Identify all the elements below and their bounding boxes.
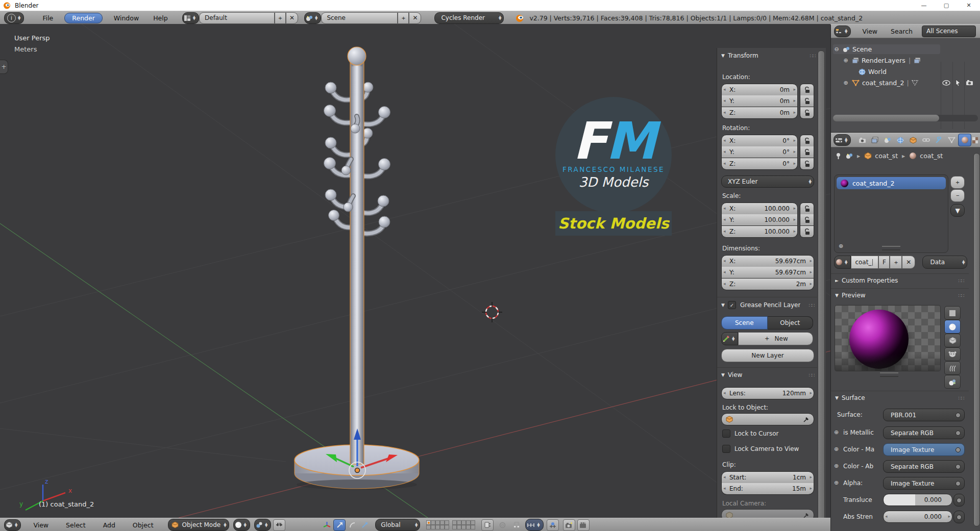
- tab-material[interactable]: [958, 134, 971, 146]
- manipulator-translate-button[interactable]: [333, 519, 346, 531]
- fake-user-button[interactable]: F: [878, 256, 890, 269]
- location-z-field[interactable]: ◂Z:0m▸: [721, 107, 798, 119]
- render-engine-select[interactable]: Cycles Render ▲▼: [434, 12, 504, 24]
- lock-camera-row[interactable]: Lock Camera to View: [722, 445, 799, 453]
- tab-modifiers[interactable]: [933, 134, 945, 146]
- scene-name-field[interactable]: Scene: [321, 12, 398, 24]
- node-socket-icon[interactable]: [955, 413, 961, 418]
- breadcrumb-material[interactable]: coat_st: [920, 152, 943, 160]
- lock-camera-checkbox[interactable]: [722, 445, 730, 453]
- pivot-point-select[interactable]: ▲▼: [254, 519, 271, 531]
- new-layer-button[interactable]: New Layer: [721, 349, 814, 362]
- gpencil-datablock-select[interactable]: ▲▼: [721, 332, 738, 345]
- preview-sphere-button[interactable]: [944, 320, 961, 334]
- is-metallic-select[interactable]: Separate RGB: [883, 426, 965, 439]
- lens-field[interactable]: ◂Lens:120mm▸: [721, 387, 814, 399]
- surface-shader-select[interactable]: PBR.001: [883, 409, 965, 421]
- renderlayers-data-icon[interactable]: [914, 57, 921, 64]
- lock-to-scene-toggle[interactable]: [481, 519, 494, 531]
- gpencil-new-button[interactable]: ＋ New: [738, 332, 813, 345]
- minimize-button[interactable]: —: [913, 1, 935, 11]
- expand-expander-icon[interactable]: ⊕: [842, 57, 849, 64]
- pivot-align-toggle[interactable]: [273, 519, 285, 531]
- expand-socket-icon[interactable]: ⊕: [834, 463, 839, 469]
- rotation-z-field[interactable]: ◂Z:0°▸: [721, 158, 798, 170]
- layers-group-1[interactable]: [426, 520, 449, 529]
- tab-render-layers[interactable]: [869, 134, 881, 146]
- panel-header-view[interactable]: ▼View∷∷: [721, 371, 817, 378]
- expand-socket-icon[interactable]: ⊕: [834, 429, 839, 436]
- material-name-field[interactable]: coat_: [851, 256, 878, 269]
- viewport-shading-select[interactable]: ▲▼: [233, 519, 250, 531]
- viewport-menu-object[interactable]: Object: [130, 521, 157, 529]
- renderability-camera-icon[interactable]: [966, 80, 973, 86]
- npanel-scrollbar[interactable]: [818, 50, 825, 518]
- rotation-y-field[interactable]: ◂Y:0°▸: [721, 146, 798, 158]
- panel-header-preview[interactable]: ▼Preview∷∷: [835, 292, 967, 299]
- tab-constraints[interactable]: [920, 134, 932, 146]
- lock-scale-z-button[interactable]: [800, 226, 814, 238]
- translucency-socket-button[interactable]: [953, 494, 965, 507]
- panel-header-custom-properties[interactable]: ►Custom Properties∷∷: [835, 277, 967, 284]
- menu-render[interactable]: Render: [64, 13, 103, 23]
- lock-location-y-button[interactable]: [800, 95, 814, 107]
- properties-scrollbar[interactable]: [973, 153, 980, 526]
- dimension-y-field[interactable]: ◂Y:59.697cm▸: [721, 267, 814, 279]
- preview-hair-button[interactable]: [944, 361, 961, 375]
- pin-icon[interactable]: [835, 153, 842, 160]
- lock-location-x-button[interactable]: [800, 84, 814, 96]
- lock-rotation-x-button[interactable]: [800, 135, 814, 147]
- manipulator-scale-button[interactable]: [359, 520, 370, 530]
- mesh-data-icon[interactable]: [912, 80, 918, 86]
- grease-pencil-checkbox[interactable]: ✓: [728, 301, 736, 309]
- outliner-item-renderlayers[interactable]: ⊕ RenderLayers |: [842, 56, 940, 65]
- outliner-menu-view[interactable]: View: [859, 28, 880, 35]
- expand-socket-icon[interactable]: ⊕: [834, 446, 839, 452]
- panel-header-surface[interactable]: ▼Surface∷∷: [835, 394, 967, 401]
- material-sphere-icon[interactable]: [909, 152, 917, 160]
- gpencil-scene-tab[interactable]: Scene: [721, 316, 768, 330]
- tab-object[interactable]: [907, 134, 919, 146]
- material-slot-list[interactable]: coat_stand_2 ⊕: [834, 174, 948, 253]
- slot-add-icon[interactable]: ⊕: [839, 243, 843, 249]
- outliner-display-select[interactable]: ▲▼: [834, 26, 851, 37]
- panel-header-transform[interactable]: ▼ Transform∷∷: [721, 52, 818, 59]
- manipulator-rotate-button[interactable]: [347, 520, 358, 530]
- layout-selector-icon-button[interactable]: ▲▼: [182, 12, 199, 24]
- lock-rotation-z-button[interactable]: [800, 158, 814, 170]
- abs-strength-socket-button[interactable]: [953, 511, 965, 523]
- alpha-select[interactable]: Image Texture: [883, 477, 965, 490]
- gpencil-object-tab[interactable]: Object: [768, 316, 814, 330]
- clip-start-field[interactable]: ◂Start:1cm▸: [721, 471, 814, 484]
- lock-to-object-field[interactable]: [721, 413, 814, 425]
- close-button[interactable]: ✕: [958, 1, 980, 11]
- layout-name-field[interactable]: Default: [199, 12, 275, 24]
- scale-x-field[interactable]: ◂X:100.000▸: [721, 203, 798, 215]
- outliner-item-scene[interactable]: ⊖ Scene: [833, 44, 940, 54]
- properties-editor-select[interactable]: ▲▼: [834, 134, 851, 146]
- visibility-eye-icon[interactable]: [942, 80, 950, 86]
- scale-y-field[interactable]: ◂Y:100.000▸: [721, 214, 798, 226]
- eyedropper-icon[interactable]: [803, 416, 810, 423]
- object-cube-icon[interactable]: [864, 152, 872, 160]
- material-browse-select[interactable]: ▲▼: [834, 256, 851, 269]
- snap-toggle[interactable]: [511, 520, 522, 530]
- proportional-edit-toggle[interactable]: [497, 520, 508, 530]
- preview-flat-button[interactable]: [944, 306, 961, 320]
- menu-help[interactable]: Help: [150, 14, 171, 22]
- outliner-menu-search[interactable]: Search: [888, 28, 916, 35]
- location-y-field[interactable]: ◂Y:0m▸: [721, 95, 798, 107]
- manipulator-axis-button[interactable]: [321, 520, 332, 530]
- lock-location-z-button[interactable]: [800, 107, 814, 119]
- dimension-z-field[interactable]: ◂Z:2m▸: [721, 279, 814, 290]
- viewport-editor-select[interactable]: ▲▼: [4, 519, 21, 531]
- transform-orientation-select[interactable]: Global ▲▼: [375, 519, 420, 531]
- material-slot-add-button[interactable]: ＋: [950, 176, 965, 189]
- location-x-field[interactable]: ◂X:0m▸: [721, 84, 798, 96]
- scene-selector-icon-button[interactable]: ▲▼: [304, 12, 321, 24]
- viewport-canvas[interactable]: z x y: [0, 24, 830, 518]
- tab-world[interactable]: [894, 134, 906, 146]
- collapse-expander-icon[interactable]: ⊖: [833, 46, 840, 53]
- mode-select[interactable]: Object Mode ▲▼: [168, 519, 229, 531]
- material-unlink-button[interactable]: ✕: [902, 256, 915, 269]
